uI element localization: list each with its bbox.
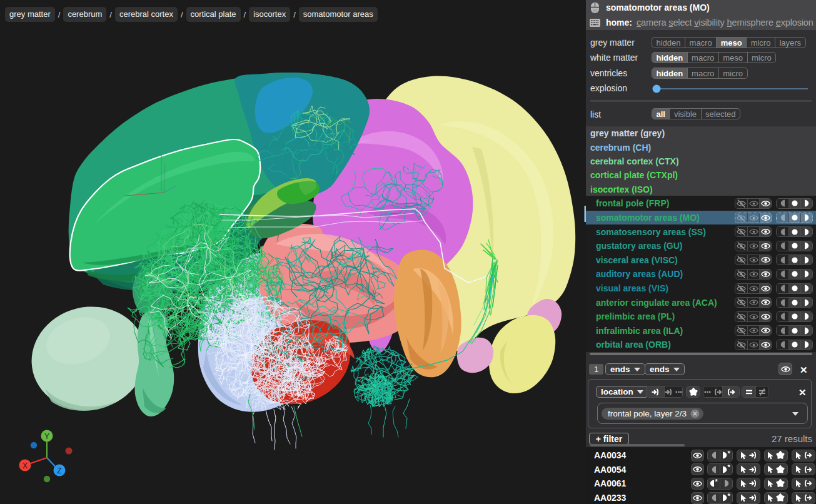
svg-text:Y: Y — [44, 432, 49, 441]
svg-text:Z: Z — [57, 466, 61, 475]
svg-text:X: X — [23, 461, 28, 470]
